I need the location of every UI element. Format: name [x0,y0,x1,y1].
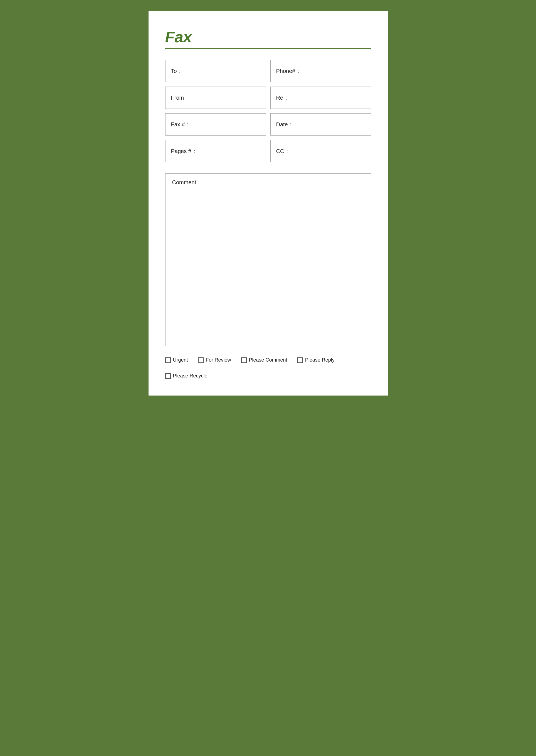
please-reply-checkbox[interactable] [297,357,303,363]
field-cc-colon: : [286,148,288,155]
field-from: From : [165,87,266,109]
field-cc-label: CC [276,148,284,155]
form-grid: To : Phone# : From : Re : Fax # : Date :… [165,60,371,162]
checkboxes-row: Urgent For Review Please Comment Please … [165,357,371,379]
field-phone-label: Phone# [276,68,295,74]
for-review-label: For Review [206,357,231,363]
checkbox-urgent[interactable]: Urgent [165,357,188,363]
field-to-label: To [171,68,177,74]
field-from-colon: : [186,95,188,101]
comment-label: Comment: [172,179,364,186]
field-pages-label: Pages # [171,148,191,155]
please-recycle-checkbox[interactable] [165,373,171,379]
urgent-checkbox[interactable] [165,357,171,363]
field-to-colon: : [179,68,181,74]
please-comment-label: Please Comment [249,357,287,363]
field-re-colon: : [285,95,287,101]
field-re: Re : [270,87,371,109]
field-pages-colon: : [194,148,195,155]
field-re-label: Re [276,95,284,101]
comment-section: Comment: [165,173,371,346]
field-pages: Pages # : [165,140,266,162]
field-fax-colon: : [187,121,189,128]
field-from-label: From [171,95,184,101]
urgent-label: Urgent [173,357,188,363]
field-to: To : [165,60,266,82]
field-phone-colon: : [297,68,299,74]
field-cc: CC : [270,140,371,162]
checkbox-please-comment[interactable]: Please Comment [241,357,287,363]
field-date-colon: : [290,121,292,128]
please-reply-label: Please Reply [305,357,335,363]
header-divider [165,48,371,49]
page-title: Fax [165,28,371,46]
please-comment-checkbox[interactable] [241,357,247,363]
please-recycle-label: Please Recycle [173,373,208,379]
checkbox-for-review[interactable]: For Review [198,357,231,363]
checkbox-please-reply[interactable]: Please Reply [297,357,335,363]
for-review-checkbox[interactable] [198,357,204,363]
field-fax: Fax # : [165,113,266,135]
field-fax-label: Fax # [171,121,185,128]
field-date: Date : [270,113,371,135]
field-date-label: Date [276,121,288,128]
field-phone: Phone# : [270,60,371,82]
fax-page: Fax To : Phone# : From : Re : Fax # : Da… [149,11,388,396]
checkbox-please-recycle[interactable]: Please Recycle [165,373,208,379]
